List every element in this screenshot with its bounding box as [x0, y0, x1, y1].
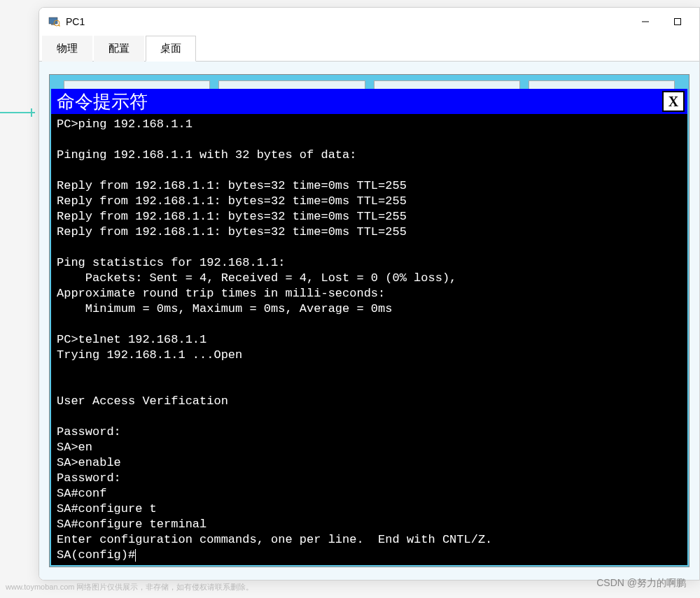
watermark-right: CSDN @努力的啊鹏	[596, 577, 686, 590]
tab-config[interactable]: 配置	[94, 36, 144, 62]
desktop-app-tab[interactable]	[64, 80, 210, 89]
minimize-icon	[642, 18, 649, 25]
command-prompt-window: 命令提示符 X PC>ping 192.168.1.1 Pinging 192.…	[51, 89, 687, 565]
desktop-app-tabs	[50, 80, 689, 89]
app-icon	[48, 15, 60, 28]
tabs-bar: 物理 配置 桌面	[39, 36, 699, 62]
window-controls	[629, 10, 694, 33]
desktop-app-tab[interactable]	[374, 80, 520, 89]
desktop-app-tab[interactable]	[528, 80, 675, 89]
window-title: PC1	[66, 16, 629, 27]
cmd-titlebar[interactable]: 命令提示符 X	[51, 89, 687, 114]
maximize-button[interactable]	[662, 10, 694, 33]
cmd-terminal-output[interactable]: PC>ping 192.168.1.1 Pinging 192.168.1.1 …	[51, 114, 687, 565]
svg-rect-5	[675, 19, 681, 25]
maximize-icon	[674, 18, 681, 25]
minimize-button[interactable]	[629, 10, 662, 33]
cmd-title: 命令提示符	[57, 90, 662, 114]
titlebar: PC1	[39, 8, 699, 36]
watermark-left: www.toymoban.com 网络图片仅供展示，非存储，如有侵权请联系删除。	[6, 582, 253, 592]
accent-line	[0, 112, 35, 113]
svg-line-3	[59, 25, 60, 27]
desktop-background: 命令提示符 X PC>ping 192.168.1.1 Pinging 192.…	[49, 74, 690, 567]
tab-desktop[interactable]: 桌面	[146, 36, 196, 62]
accent-tick	[31, 108, 32, 117]
cmd-close-button[interactable]: X	[662, 91, 685, 112]
app-window: PC1 物理 配置 桌面	[38, 7, 700, 581]
content-area: 命令提示符 X PC>ping 192.168.1.1 Pinging 192.…	[39, 62, 699, 580]
desktop-app-tab[interactable]	[218, 80, 365, 89]
tab-physical[interactable]: 物理	[42, 36, 92, 62]
